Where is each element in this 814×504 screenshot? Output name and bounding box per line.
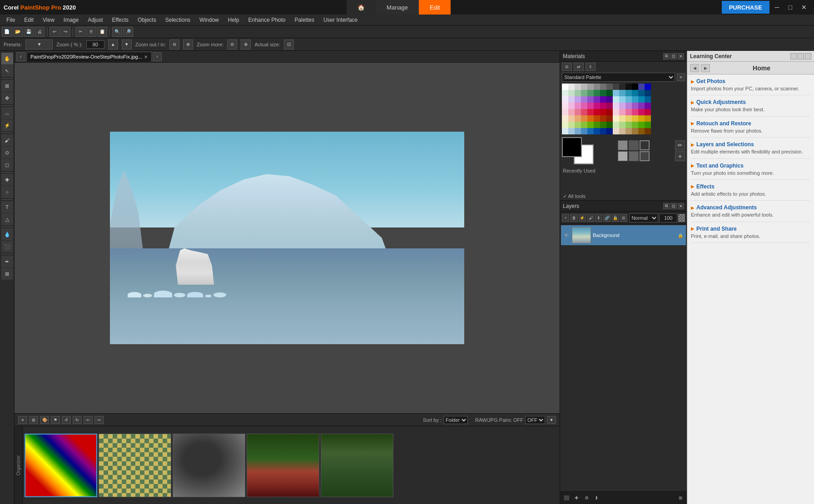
color-cell[interactable] (587, 128, 594, 134)
color-cell[interactable] (587, 122, 594, 128)
color-cell[interactable] (587, 103, 594, 109)
color-cell[interactable] (638, 115, 645, 122)
color-cell[interactable] (594, 84, 600, 90)
color-cell[interactable] (625, 90, 632, 96)
org-rotate-right[interactable]: ↻ (73, 416, 82, 424)
color-cell[interactable] (600, 90, 606, 96)
zoom-more-out-btn[interactable]: ⊖ (227, 40, 237, 49)
transparent-swatch[interactable] (640, 140, 650, 150)
zoom-in-button[interactable]: 🔍 (112, 27, 122, 37)
color-cell[interactable] (619, 122, 625, 128)
lc-section-layers-header[interactable]: ▶ Layers and Selections (691, 141, 810, 148)
raw-jpg-select[interactable]: OFF ON (525, 416, 545, 424)
menu-window[interactable]: Window (195, 16, 223, 24)
lc-section-advanced-header[interactable]: ▶ Advanced Adjustments (691, 204, 810, 211)
color-cell[interactable] (594, 96, 600, 103)
menu-file[interactable]: File (2, 16, 20, 24)
layers-tb-paint[interactable]: 🖌 (587, 214, 594, 222)
lc-close-btn[interactable]: ✕ (805, 53, 811, 59)
color-cell[interactable] (645, 90, 651, 96)
color-cell[interactable] (581, 96, 587, 103)
crop-tool[interactable]: ⊞ (1, 80, 13, 92)
layers-restore-btn[interactable]: ⧉ (663, 203, 670, 209)
color-cell[interactable] (619, 128, 625, 134)
lb-new-layer-btn[interactable]: ✚ (572, 494, 581, 502)
palette-select[interactable]: Standard Palette (562, 73, 675, 82)
menu-palettes[interactable]: Palettes (290, 16, 319, 24)
color-cell[interactable] (645, 84, 651, 90)
org-flag-btn[interactable]: ⚑ (51, 416, 60, 424)
lc-section-text-header[interactable]: ▶ Text and Graphics (691, 163, 810, 169)
select-tool[interactable]: ↖ (1, 65, 13, 77)
color-cell[interactable] (568, 128, 575, 134)
zoom-more-in-btn[interactable]: ⊕ (241, 40, 251, 49)
color-cell[interactable] (619, 109, 625, 115)
org-thumb-2[interactable] (99, 434, 171, 497)
org-redo-btn[interactable]: ↪ (94, 416, 104, 424)
fg-transparent-swatch[interactable] (640, 151, 650, 161)
color-cell[interactable] (625, 84, 632, 90)
color-cell[interactable] (600, 115, 606, 122)
minimize-button[interactable]: ─ (771, 2, 783, 13)
color-cell[interactable] (625, 115, 632, 122)
color-cell[interactable] (632, 128, 638, 134)
color-cell[interactable] (568, 109, 575, 115)
color-cell[interactable] (645, 128, 651, 134)
org-undo-btn[interactable]: ↩ (84, 416, 93, 424)
fg-pattern-swatch-1[interactable] (618, 151, 628, 161)
color-cell[interactable] (575, 103, 581, 109)
pen-tool[interactable]: ✒ (1, 256, 13, 267)
lc-restore-btn[interactable]: ⧉ (790, 53, 797, 59)
sort-by-select[interactable]: Folder Date Name (443, 416, 468, 424)
layers-tb-new[interactable]: + (562, 214, 569, 222)
color-cell[interactable] (600, 96, 606, 103)
heal-tool[interactable]: ✚ (1, 174, 13, 186)
lc-float-btn[interactable]: ⊡ (798, 53, 804, 59)
color-cell[interactable] (619, 103, 625, 109)
color-cell[interactable] (625, 122, 632, 128)
layers-tb-link[interactable]: 🔗 (603, 214, 610, 222)
layers-tb-delete[interactable]: 🗑 (570, 214, 577, 222)
color-cell[interactable] (606, 122, 613, 128)
pattern-swatch-2[interactable] (629, 140, 639, 150)
shapes-tool[interactable]: △ (1, 213, 13, 225)
color-cell[interactable] (613, 122, 619, 128)
layers-tb-extra[interactable]: ⊞ (620, 214, 627, 222)
actual-size-btn[interactable]: ⊡ (284, 40, 294, 49)
organizer-vertical-label[interactable]: Organizer (15, 426, 23, 504)
color-cell[interactable] (594, 128, 600, 134)
lb-extra-btn[interactable]: ⊞ (676, 494, 685, 502)
color-cell[interactable] (581, 90, 587, 96)
menu-view[interactable]: View (38, 16, 59, 24)
menu-image[interactable]: Image (59, 16, 83, 24)
menu-edit[interactable]: Edit (20, 16, 38, 24)
lc-section-retouch-header[interactable]: ▶ Retouch and Restore (691, 120, 810, 127)
color-cell[interactable] (613, 96, 619, 103)
cut-button[interactable]: ✂ (75, 27, 85, 37)
new-file-button[interactable]: 📄 (2, 27, 12, 37)
color-cell[interactable] (581, 103, 587, 109)
color-cell[interactable] (632, 90, 638, 96)
layers-tb-merge[interactable]: ⬇ (595, 214, 602, 222)
paste-button[interactable]: 📋 (97, 27, 107, 37)
menu-user-interface[interactable]: User Interface (319, 16, 362, 24)
color-cell[interactable] (594, 103, 600, 109)
color-cell[interactable] (575, 90, 581, 96)
color-cell[interactable] (562, 122, 568, 128)
presets-dropdown[interactable]: ▼ (25, 40, 53, 49)
color-cell[interactable] (587, 90, 594, 96)
color-cell[interactable] (606, 103, 613, 109)
layer-item-background[interactable]: 👁 Background 🔒 (561, 225, 686, 245)
layer-lock-icon[interactable]: 🔒 (677, 232, 684, 239)
tab-next-button[interactable]: › (153, 52, 162, 61)
color-cell[interactable] (594, 115, 600, 122)
mesh-tool[interactable]: ⊞ (1, 268, 13, 280)
blend-mode-select[interactable]: Normal Multiply Screen Overlay (629, 213, 658, 222)
color-cell[interactable] (638, 128, 645, 134)
color-cell[interactable] (594, 109, 600, 115)
color-cell[interactable] (606, 84, 613, 90)
fill-tool[interactable]: ⬛ (1, 241, 13, 252)
layers-tb-effects[interactable]: ⚡ (579, 214, 586, 222)
color-cell[interactable] (562, 109, 568, 115)
color-cell[interactable] (600, 103, 606, 109)
